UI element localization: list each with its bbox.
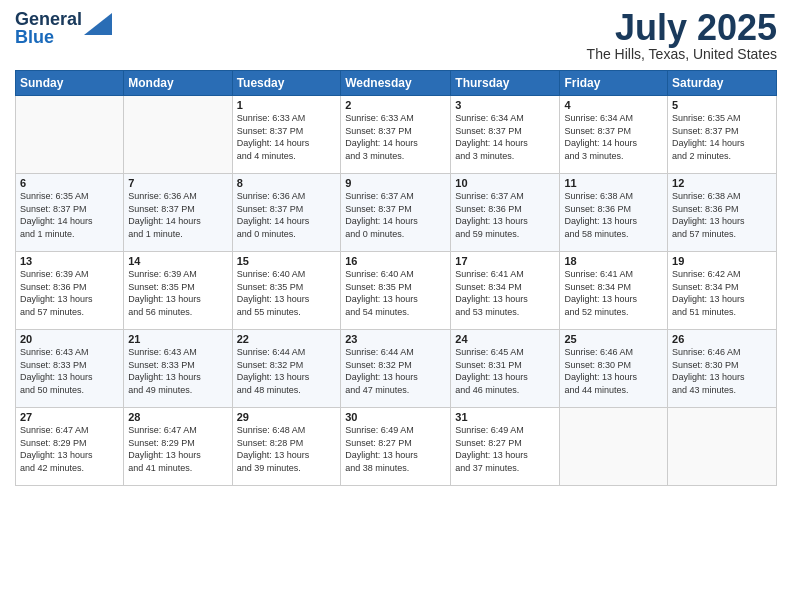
day-cell-3-3: 23Sunrise: 6:44 AM Sunset: 8:32 PM Dayli… [341,330,451,408]
day-info: Sunrise: 6:33 AM Sunset: 8:37 PM Dayligh… [345,112,446,162]
day-info: Sunrise: 6:37 AM Sunset: 8:37 PM Dayligh… [345,190,446,240]
day-number: 20 [20,333,119,345]
day-cell-1-4: 10Sunrise: 6:37 AM Sunset: 8:36 PM Dayli… [451,174,560,252]
day-info: Sunrise: 6:43 AM Sunset: 8:33 PM Dayligh… [128,346,227,396]
svg-marker-0 [84,13,112,35]
page-container: General Blue July 2025 The Hills, Texas,… [0,0,792,496]
day-number: 14 [128,255,227,267]
day-cell-2-0: 13Sunrise: 6:39 AM Sunset: 8:36 PM Dayli… [16,252,124,330]
day-info: Sunrise: 6:39 AM Sunset: 8:35 PM Dayligh… [128,268,227,318]
header: General Blue July 2025 The Hills, Texas,… [15,10,777,62]
day-info: Sunrise: 6:41 AM Sunset: 8:34 PM Dayligh… [455,268,555,318]
day-info: Sunrise: 6:49 AM Sunset: 8:27 PM Dayligh… [455,424,555,474]
day-number: 26 [672,333,772,345]
day-cell-3-0: 20Sunrise: 6:43 AM Sunset: 8:33 PM Dayli… [16,330,124,408]
day-number: 3 [455,99,555,111]
day-number: 25 [564,333,663,345]
day-cell-0-1 [124,96,232,174]
day-info: Sunrise: 6:40 AM Sunset: 8:35 PM Dayligh… [237,268,337,318]
day-number: 31 [455,411,555,423]
day-info: Sunrise: 6:47 AM Sunset: 8:29 PM Dayligh… [128,424,227,474]
day-cell-4-4: 31Sunrise: 6:49 AM Sunset: 8:27 PM Dayli… [451,408,560,486]
day-number: 2 [345,99,446,111]
day-info: Sunrise: 6:48 AM Sunset: 8:28 PM Dayligh… [237,424,337,474]
day-info: Sunrise: 6:34 AM Sunset: 8:37 PM Dayligh… [564,112,663,162]
day-info: Sunrise: 6:42 AM Sunset: 8:34 PM Dayligh… [672,268,772,318]
day-info: Sunrise: 6:38 AM Sunset: 8:36 PM Dayligh… [564,190,663,240]
day-cell-2-2: 15Sunrise: 6:40 AM Sunset: 8:35 PM Dayli… [232,252,341,330]
day-number: 9 [345,177,446,189]
day-cell-3-5: 25Sunrise: 6:46 AM Sunset: 8:30 PM Dayli… [560,330,668,408]
day-cell-2-4: 17Sunrise: 6:41 AM Sunset: 8:34 PM Dayli… [451,252,560,330]
day-info: Sunrise: 6:39 AM Sunset: 8:36 PM Dayligh… [20,268,119,318]
logo-icon [84,13,112,35]
day-number: 12 [672,177,772,189]
day-info: Sunrise: 6:47 AM Sunset: 8:29 PM Dayligh… [20,424,119,474]
week-row-4: 20Sunrise: 6:43 AM Sunset: 8:33 PM Dayli… [16,330,777,408]
day-cell-4-1: 28Sunrise: 6:47 AM Sunset: 8:29 PM Dayli… [124,408,232,486]
day-info: Sunrise: 6:49 AM Sunset: 8:27 PM Dayligh… [345,424,446,474]
col-tuesday: Tuesday [232,71,341,96]
calendar-table: Sunday Monday Tuesday Wednesday Thursday… [15,70,777,486]
week-row-2: 6Sunrise: 6:35 AM Sunset: 8:37 PM Daylig… [16,174,777,252]
day-number: 13 [20,255,119,267]
day-number: 29 [237,411,337,423]
day-info: Sunrise: 6:34 AM Sunset: 8:37 PM Dayligh… [455,112,555,162]
day-number: 15 [237,255,337,267]
day-info: Sunrise: 6:45 AM Sunset: 8:31 PM Dayligh… [455,346,555,396]
day-info: Sunrise: 6:41 AM Sunset: 8:34 PM Dayligh… [564,268,663,318]
day-info: Sunrise: 6:44 AM Sunset: 8:32 PM Dayligh… [345,346,446,396]
day-cell-0-4: 3Sunrise: 6:34 AM Sunset: 8:37 PM Daylig… [451,96,560,174]
day-info: Sunrise: 6:35 AM Sunset: 8:37 PM Dayligh… [672,112,772,162]
day-info: Sunrise: 6:43 AM Sunset: 8:33 PM Dayligh… [20,346,119,396]
day-cell-2-6: 19Sunrise: 6:42 AM Sunset: 8:34 PM Dayli… [668,252,777,330]
day-info: Sunrise: 6:37 AM Sunset: 8:36 PM Dayligh… [455,190,555,240]
week-row-1: 1Sunrise: 6:33 AM Sunset: 8:37 PM Daylig… [16,96,777,174]
logo-blue: Blue [15,27,54,47]
day-cell-1-0: 6Sunrise: 6:35 AM Sunset: 8:37 PM Daylig… [16,174,124,252]
day-cell-4-2: 29Sunrise: 6:48 AM Sunset: 8:28 PM Dayli… [232,408,341,486]
title-area: July 2025 The Hills, Texas, United State… [587,10,777,62]
day-info: Sunrise: 6:38 AM Sunset: 8:36 PM Dayligh… [672,190,772,240]
day-number: 28 [128,411,227,423]
day-cell-0-2: 1Sunrise: 6:33 AM Sunset: 8:37 PM Daylig… [232,96,341,174]
day-number: 27 [20,411,119,423]
logo: General Blue [15,10,112,46]
col-friday: Friday [560,71,668,96]
day-cell-0-0 [16,96,124,174]
day-number: 16 [345,255,446,267]
location: The Hills, Texas, United States [587,46,777,62]
day-number: 18 [564,255,663,267]
month-title: July 2025 [587,10,777,46]
day-cell-1-2: 8Sunrise: 6:36 AM Sunset: 8:37 PM Daylig… [232,174,341,252]
week-row-5: 27Sunrise: 6:47 AM Sunset: 8:29 PM Dayli… [16,408,777,486]
day-info: Sunrise: 6:35 AM Sunset: 8:37 PM Dayligh… [20,190,119,240]
day-number: 5 [672,99,772,111]
day-number: 30 [345,411,446,423]
day-cell-1-5: 11Sunrise: 6:38 AM Sunset: 8:36 PM Dayli… [560,174,668,252]
day-info: Sunrise: 6:44 AM Sunset: 8:32 PM Dayligh… [237,346,337,396]
day-number: 11 [564,177,663,189]
day-cell-0-6: 5Sunrise: 6:35 AM Sunset: 8:37 PM Daylig… [668,96,777,174]
day-number: 4 [564,99,663,111]
logo-general: General [15,9,82,29]
week-row-3: 13Sunrise: 6:39 AM Sunset: 8:36 PM Dayli… [16,252,777,330]
col-wednesday: Wednesday [341,71,451,96]
day-info: Sunrise: 6:46 AM Sunset: 8:30 PM Dayligh… [672,346,772,396]
day-cell-0-3: 2Sunrise: 6:33 AM Sunset: 8:37 PM Daylig… [341,96,451,174]
day-cell-2-1: 14Sunrise: 6:39 AM Sunset: 8:35 PM Dayli… [124,252,232,330]
day-number: 17 [455,255,555,267]
day-number: 8 [237,177,337,189]
day-number: 23 [345,333,446,345]
day-cell-4-0: 27Sunrise: 6:47 AM Sunset: 8:29 PM Dayli… [16,408,124,486]
day-cell-3-1: 21Sunrise: 6:43 AM Sunset: 8:33 PM Dayli… [124,330,232,408]
day-number: 1 [237,99,337,111]
day-cell-0-5: 4Sunrise: 6:34 AM Sunset: 8:37 PM Daylig… [560,96,668,174]
day-cell-4-3: 30Sunrise: 6:49 AM Sunset: 8:27 PM Dayli… [341,408,451,486]
col-sunday: Sunday [16,71,124,96]
day-number: 19 [672,255,772,267]
day-cell-3-6: 26Sunrise: 6:46 AM Sunset: 8:30 PM Dayli… [668,330,777,408]
day-cell-4-5 [560,408,668,486]
day-info: Sunrise: 6:46 AM Sunset: 8:30 PM Dayligh… [564,346,663,396]
day-number: 6 [20,177,119,189]
